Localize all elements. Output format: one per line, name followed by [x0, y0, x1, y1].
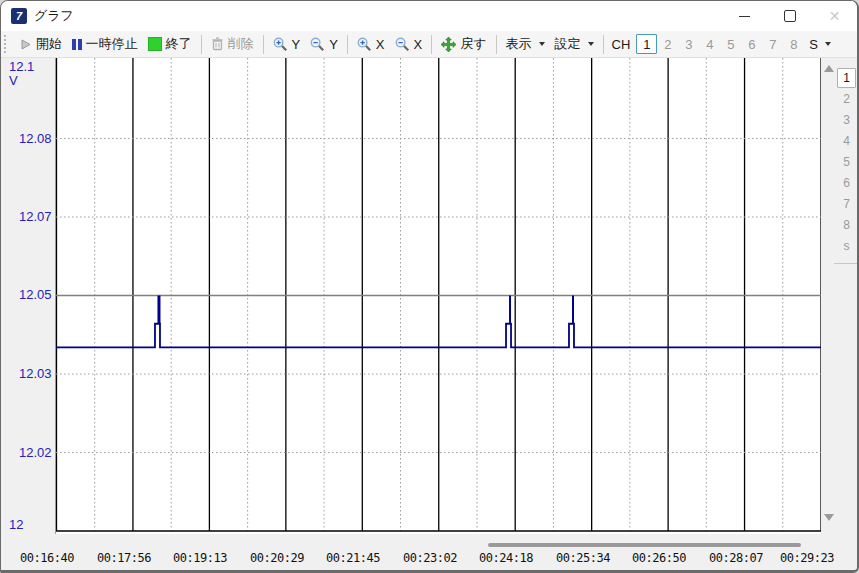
view-label: 表示 [506, 35, 532, 53]
pause-button[interactable]: 一時停止 [72, 35, 138, 53]
channel-button-5[interactable]: 5 [720, 34, 741, 54]
sidebar-channel-5[interactable]: 5 [837, 152, 856, 172]
sidebar-channel-4[interactable]: 4 [837, 131, 856, 151]
window-title: グラフ [34, 7, 74, 25]
y-axis: 12.1 V 12.08 12.07 12.05 12.03 12.02 12 [1, 58, 56, 534]
zoom-out-icon [310, 37, 325, 52]
toolbar: 開始 一時停止 終了 削除 [1, 31, 857, 58]
channel-group-label: CH [612, 37, 631, 52]
x-tick-6: 00:24:18 [479, 551, 533, 565]
zoom-in-y-label: Y [292, 37, 301, 52]
channel-button-6[interactable]: 6 [741, 34, 762, 54]
x-tick-1: 00:17:56 [97, 551, 151, 565]
channel-button-2[interactable]: 2 [657, 34, 678, 54]
zoom-in-x-label: X [376, 37, 385, 52]
toolbar-grip[interactable] [4, 35, 9, 53]
x-tick-5: 00:23:02 [403, 551, 457, 565]
x-tick-10: 00:29:23 [780, 551, 834, 565]
sidebar-channel-s[interactable]: s [837, 236, 856, 256]
start-label: 開始 [36, 35, 62, 53]
close-button[interactable]: ✕ [812, 1, 857, 31]
zoom-in-x-button[interactable]: X [357, 37, 385, 52]
y-tick-12.02: 12.02 [19, 445, 52, 460]
x-axis: 00:16:40 00:17:56 00:19:13 00:20:29 00:2… [1, 534, 821, 571]
maximize-icon [784, 10, 796, 22]
scroll-up-icon[interactable] [824, 65, 834, 72]
reset-label: 戻す [460, 35, 486, 53]
y-tick-12.05: 12.05 [19, 287, 52, 302]
window-controls: ✕ [722, 1, 857, 31]
x-tick-2: 00:19:13 [173, 551, 227, 565]
zoom-out-y-button[interactable]: Y [310, 37, 338, 52]
delete-button[interactable]: 削除 [211, 35, 254, 53]
chevron-down-icon [825, 42, 831, 46]
chevron-down-icon [588, 42, 594, 46]
horizontal-scrollbar-thumb[interactable] [488, 543, 801, 547]
reset-view-button[interactable]: 戻す [441, 35, 486, 53]
settings-label: 設定 [555, 35, 581, 53]
play-icon [19, 38, 32, 51]
zoom-in-icon [357, 37, 372, 52]
toolbar-separator [431, 35, 432, 54]
toolbar-separator [201, 35, 202, 54]
scroll-down-icon[interactable] [824, 514, 834, 521]
x-tick-9: 00:28:07 [709, 551, 763, 565]
y-tick-12.1: 12.1 [9, 59, 34, 74]
titlebar: 7 グラフ ✕ [1, 1, 857, 31]
view-dropdown[interactable]: 表示 [506, 35, 545, 53]
chevron-down-icon [539, 42, 545, 46]
zoom-out-x-label: X [414, 37, 423, 52]
stop-button[interactable]: 終了 [148, 35, 192, 53]
channel-button-8[interactable]: 8 [783, 34, 804, 54]
close-icon: ✕ [829, 8, 841, 24]
y-tick-12.07: 12.07 [19, 209, 52, 224]
delete-label: 削除 [228, 35, 254, 53]
right-panel: 1 2 3 4 5 6 7 8 s [821, 58, 858, 571]
pause-icon [72, 39, 82, 50]
sidebar-channel-2[interactable]: 2 [837, 89, 856, 109]
line-chart [56, 58, 821, 534]
x-tick-4: 00:21:45 [326, 551, 380, 565]
sidebar-channel-7[interactable]: 7 [837, 194, 856, 214]
move-arrows-icon [441, 37, 456, 52]
toolbar-separator [347, 35, 348, 54]
channel-button-7[interactable]: 7 [762, 34, 783, 54]
y-tick-12.03: 12.03 [19, 366, 52, 381]
start-button[interactable]: 開始 [19, 35, 62, 53]
s-label: S [809, 37, 818, 52]
pause-label: 一時停止 [86, 35, 138, 53]
x-tick-3: 00:20:29 [250, 551, 304, 565]
trash-icon [211, 37, 224, 51]
stop-icon [148, 37, 162, 51]
channel-button-1[interactable]: 1 [636, 34, 657, 54]
y-tick-12: 12 [9, 517, 23, 532]
settings-dropdown[interactable]: 設定 [555, 35, 594, 53]
zoom-out-y-label: Y [329, 37, 338, 52]
app-icon: 7 [11, 8, 27, 24]
zoom-in-y-button[interactable]: Y [273, 37, 301, 52]
chart-plot-area[interactable] [56, 58, 821, 534]
channel-button-3[interactable]: 3 [678, 34, 699, 54]
stop-label: 終了 [166, 35, 192, 53]
sidebar-channel-6[interactable]: 6 [837, 173, 856, 193]
sidebar-divider [834, 263, 858, 264]
sidebar-channel-1[interactable]: 1 [837, 68, 856, 88]
minimize-icon [739, 16, 750, 17]
zoom-out-icon [395, 37, 410, 52]
toolbar-separator [603, 35, 604, 54]
toolbar-separator [496, 35, 497, 54]
zoom-in-icon [273, 37, 288, 52]
y-tick-12.08: 12.08 [19, 131, 52, 146]
maximize-button[interactable] [767, 1, 812, 31]
zoom-out-x-button[interactable]: X [395, 37, 423, 52]
channel-button-4[interactable]: 4 [699, 34, 720, 54]
s-dropdown[interactable]: S [809, 37, 831, 52]
sidebar-channel-3[interactable]: 3 [837, 110, 856, 130]
x-tick-8: 00:26:50 [632, 551, 686, 565]
x-tick-0: 00:16:40 [20, 551, 74, 565]
minimize-button[interactable] [722, 1, 767, 31]
x-tick-7: 00:25:34 [556, 551, 610, 565]
sidebar-channel-8[interactable]: 8 [837, 215, 856, 235]
toolbar-separator [263, 35, 264, 54]
y-axis-unit: V [9, 73, 18, 88]
